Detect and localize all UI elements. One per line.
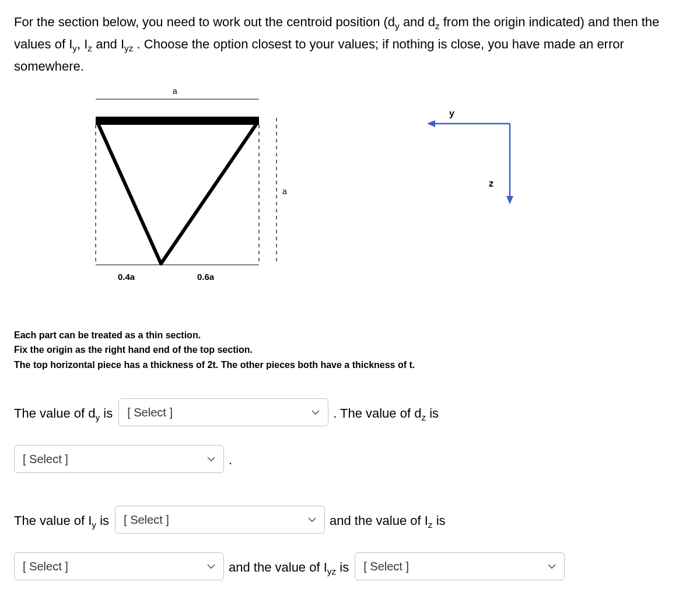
dz-label: . The value of dz is [333, 398, 439, 429]
chevron-down-icon [302, 517, 316, 523]
intro-text: For the section below, you need to work … [14, 15, 395, 29]
select-placeholder: [ Select ] [23, 552, 68, 580]
note-line: Each part can be treated as a thin secti… [14, 328, 686, 343]
answer-row-d: The value of dy is [ Select ] . The valu… [14, 398, 686, 430]
chevron-down-icon [542, 563, 556, 569]
sub-yz: yz [124, 43, 133, 53]
diagram-notes: Each part can be treated as a thin secti… [14, 328, 686, 373]
svg-marker-9 [427, 120, 435, 127]
answer-row-iz-iyz: [ Select ] and the value of Iyz is [ Sel… [14, 552, 686, 584]
answer-row-i: The value of Iy is [ Select ] and the va… [14, 506, 686, 537]
select-placeholder: [ Select ] [127, 398, 173, 426]
sub-z: z [435, 21, 440, 31]
iy-label: The value of Iy is [14, 506, 109, 537]
svg-line-6 [161, 124, 257, 264]
iz-select[interactable]: [ Select ] [14, 552, 224, 580]
dy-select[interactable]: [ Select ] [118, 398, 328, 426]
note-line: The top horizontal piece has a thickness… [14, 358, 686, 373]
note-line: Fix the origin as the right hand end of … [14, 342, 686, 358]
bottom-right-dim: 0.6a [197, 272, 214, 282]
axes-svg [422, 112, 574, 229]
right-dim-label: a [282, 187, 287, 196]
iyz-label: and the value of Iyz is [229, 552, 349, 583]
sub-z: z [88, 43, 92, 53]
sub-y: y [395, 21, 400, 31]
dz-select[interactable]: [ Select ] [14, 445, 224, 473]
select-placeholder: [ Select ] [363, 552, 409, 580]
iyz-select[interactable]: [ Select ] [355, 552, 565, 580]
chevron-down-icon [306, 409, 320, 415]
intro-text: and d [400, 15, 435, 29]
z-axis-label: z [489, 178, 494, 189]
bottom-left-dim: 0.4a [118, 272, 135, 282]
dy-label: The value of dy is [14, 398, 113, 429]
top-dim-label: a [173, 86, 177, 96]
sub-y: y [72, 43, 77, 53]
axes-diagram: y z [422, 112, 574, 229]
iy-select[interactable]: [ Select ] [115, 506, 325, 534]
svg-rect-1 [96, 117, 259, 125]
intro-text: , I [77, 37, 88, 51]
section-diagram: a a 0.4a 0.6a [72, 89, 352, 310]
svg-line-5 [98, 124, 161, 264]
question-intro: For the section below, you need to work … [14, 12, 686, 77]
chevron-down-icon [201, 456, 215, 462]
answer-block: The value of dy is [ Select ] . The valu… [14, 398, 686, 584]
y-axis-label: y [449, 108, 454, 119]
iz-label: and the value of Iz is [330, 506, 446, 537]
select-placeholder: [ Select ] [23, 445, 68, 473]
intro-text: and I [92, 37, 124, 51]
period-text: . [229, 445, 232, 476]
chevron-down-icon [201, 563, 215, 569]
select-placeholder: [ Select ] [124, 506, 169, 534]
svg-marker-11 [506, 196, 513, 204]
figure-row: a a 0.4a 0.6a y z [14, 89, 686, 310]
answer-row-dz-select: [ Select ] . [14, 445, 686, 477]
